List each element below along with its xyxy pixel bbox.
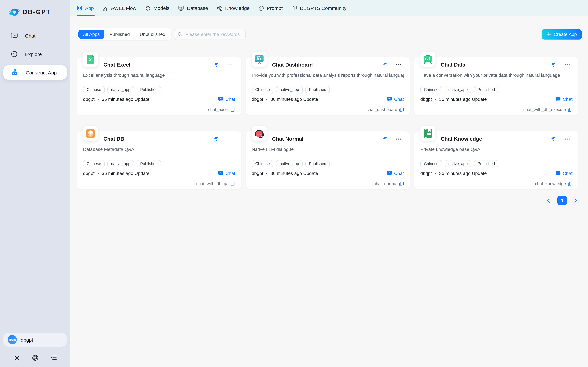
- tab-label: Models: [154, 5, 169, 11]
- theme-sun-icon[interactable]: [14, 355, 20, 361]
- more-menu-icon[interactable]: [396, 64, 401, 66]
- updated-time: 36 minutes ago Update: [439, 171, 487, 176]
- app-card-chat-knowledge[interactable]: Chat Knowledge Private knowledge base Q&…: [414, 132, 579, 189]
- chat-button-label: Chat: [225, 97, 235, 102]
- sidebar-item-explore[interactable]: Explore: [3, 47, 67, 61]
- copy-icon[interactable]: [399, 107, 404, 112]
- share-wing-icon[interactable]: [382, 136, 388, 142]
- copy-icon[interactable]: [399, 181, 404, 186]
- sidebar-item-chat[interactable]: Chat: [3, 28, 67, 43]
- tab-dbgpts-community[interactable]: DBGPTS Community: [291, 0, 346, 16]
- app-card-chat-excel[interactable]: X Chat Excel: [77, 57, 241, 115]
- app-title: Chat Dashboard: [272, 62, 313, 68]
- tag: Published: [305, 160, 330, 167]
- tag: native_app: [445, 86, 471, 93]
- tag: Published: [137, 160, 161, 167]
- tab-app[interactable]: App: [77, 0, 94, 16]
- brand-name: DB-GPT: [23, 8, 51, 16]
- app-card-chat-dashboard[interactable]: Chat Dashboard Provide you with professi…: [246, 57, 410, 115]
- tab-awel-flow[interactable]: AWEL Flow: [103, 0, 136, 16]
- app-card-chat-db[interactable]: Chat DB Database Metadata Q&A Chines: [77, 132, 241, 189]
- db-app-icon: [83, 126, 98, 141]
- create-app-button[interactable]: Create App: [542, 29, 582, 39]
- app-card-chat-data[interactable]: Chat Data Have a conversation with your …: [414, 57, 579, 115]
- chat-button[interactable]: Chat: [218, 97, 235, 102]
- tag: native_app: [445, 160, 471, 167]
- chat-button-label: Chat: [394, 97, 404, 102]
- share-wing-icon[interactable]: [551, 62, 557, 68]
- filter-published[interactable]: Published: [105, 30, 134, 39]
- prompt-bubble-icon: [259, 5, 264, 11]
- search-input[interactable]: [185, 31, 242, 37]
- owner: dbgpt: [83, 171, 95, 176]
- share-wing-icon[interactable]: [382, 62, 388, 68]
- scene-name: chat_with_db_qa: [196, 181, 229, 186]
- app-description: Have a conversation with your private da…: [420, 73, 572, 78]
- flow-branch-icon: [103, 5, 108, 11]
- page-number[interactable]: 1: [557, 196, 567, 205]
- tab-label: DBGPTS Community: [300, 5, 346, 11]
- tab-models[interactable]: Models: [145, 0, 169, 16]
- tab-knowledge[interactable]: Knowledge: [217, 0, 249, 16]
- tag: Chinese: [252, 86, 273, 93]
- copy-icon[interactable]: [231, 107, 235, 112]
- copy-icon[interactable]: [568, 181, 572, 186]
- language-globe-icon[interactable]: [32, 354, 39, 361]
- app-title: Chat Knowledge: [441, 136, 482, 142]
- tab-prompt[interactable]: Prompt: [259, 0, 283, 16]
- next-page-icon[interactable]: [574, 198, 578, 203]
- filter-unpublished[interactable]: Unpublished: [135, 30, 170, 39]
- svg-text:X: X: [89, 57, 92, 62]
- copy-icon[interactable]: [568, 107, 572, 112]
- sidebar-item-label: Construct App: [26, 70, 57, 75]
- plus-icon: [547, 32, 551, 37]
- create-app-label: Create App: [554, 32, 577, 37]
- dashboard-app-icon: [252, 52, 267, 67]
- explore-planet-icon: [10, 50, 18, 58]
- brand-logo: DB-GPT: [0, 0, 70, 18]
- top-nav: App AWEL Flow: [70, 0, 588, 16]
- dot-separator: •: [98, 97, 99, 101]
- more-menu-icon[interactable]: [396, 138, 401, 140]
- share-wing-icon[interactable]: [214, 136, 219, 142]
- chat-button-label: Chat: [563, 171, 572, 176]
- more-menu-icon[interactable]: [227, 64, 232, 66]
- app-title: Chat Normal: [272, 136, 303, 142]
- tag: Chinese: [83, 86, 105, 93]
- share-wing-icon[interactable]: [551, 136, 557, 142]
- chat-button[interactable]: Chat: [555, 97, 572, 102]
- more-menu-icon[interactable]: [565, 138, 570, 140]
- sidebar-item-construct-app[interactable]: Construct App: [3, 65, 67, 80]
- card-footer: chat_excel: [83, 105, 235, 112]
- hierarchy-icon: [217, 5, 222, 11]
- owner: dbgpt: [252, 97, 263, 102]
- sidebar-bottom: dbgpt dbgpt: [0, 333, 70, 367]
- app-title: Chat Data: [441, 62, 465, 68]
- dot-separator: •: [98, 171, 99, 175]
- more-menu-icon[interactable]: [565, 64, 570, 66]
- prev-page-icon[interactable]: [547, 198, 550, 203]
- user-profile[interactable]: dbgpt dbgpt: [3, 333, 67, 347]
- more-menu-icon[interactable]: [227, 138, 232, 140]
- copy-icon[interactable]: [231, 181, 235, 186]
- scene-name: chat_knowledge: [535, 181, 566, 186]
- tag: native_app: [276, 86, 303, 93]
- updated-time: 36 minutes ago Update: [102, 171, 149, 176]
- share-wing-icon[interactable]: [214, 62, 219, 68]
- sql-monitor-icon: SQL: [178, 5, 184, 11]
- tag-list: Chinese native_app Published: [83, 86, 235, 93]
- meta-row: dbgpt • 36 minutes ago Update Chat: [420, 170, 572, 176]
- app-card-chat-normal[interactable]: Chat Normal Native LLM dialogue Chin: [246, 132, 410, 189]
- pagination: 1: [77, 196, 578, 205]
- updated-time: 36 minutes ago Update: [270, 171, 318, 176]
- chat-button-label: Chat: [225, 171, 235, 176]
- app-cards-grid: X Chat Excel: [77, 57, 582, 189]
- search-icon: [178, 32, 182, 37]
- tab-database[interactable]: SQL Database: [178, 0, 208, 16]
- chat-button[interactable]: Chat: [218, 171, 235, 176]
- chat-button[interactable]: Chat: [387, 171, 404, 176]
- collapse-sidebar-icon[interactable]: [50, 354, 57, 361]
- chat-button[interactable]: Chat: [555, 171, 572, 176]
- chat-button[interactable]: Chat: [387, 97, 404, 102]
- filter-all-apps[interactable]: All Apps: [78, 30, 104, 39]
